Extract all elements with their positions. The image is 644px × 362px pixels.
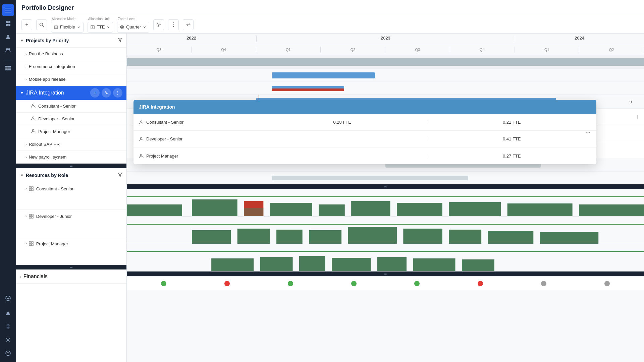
- svg-rect-67: [211, 258, 254, 271]
- nav-help[interactable]: ?: [2, 347, 14, 359]
- tree-item-res-pm[interactable]: › Project Manager: [16, 237, 126, 265]
- quarter-2023-q2: Q2: [321, 47, 385, 53]
- fin-dot-3[interactable]: [288, 281, 293, 286]
- res-developer-chevron-icon: ›: [25, 214, 27, 218]
- tree-item-new-payroll[interactable]: › New payroll system: [16, 151, 126, 164]
- gantt-row-run-the-business: [127, 55, 644, 69]
- drag-handle[interactable]: ║: [637, 115, 639, 119]
- run-chevron-icon: ›: [25, 52, 27, 56]
- nav-plugins[interactable]: [2, 292, 14, 304]
- jira-add-button[interactable]: +: [90, 88, 100, 98]
- svg-rect-1: [5, 10, 11, 10]
- nav-transfer[interactable]: [2, 320, 14, 333]
- popup-consultant-cell-1: 0.28 FTE: [258, 120, 427, 125]
- allocation-mode-select[interactable]: Flexible: [51, 22, 84, 33]
- resources-filter-icon[interactable]: [118, 172, 122, 178]
- res-consultant-label: Consultant - Senior: [36, 186, 73, 191]
- svg-rect-70: [332, 258, 371, 271]
- tree-item-ecommerce[interactable]: › E-commerce integration: [16, 60, 126, 73]
- res-pm-role-icon: [29, 241, 34, 247]
- res-pm-label: Project Manager: [36, 241, 68, 246]
- tree-item-res-developer-junior[interactable]: › Developer - Junior: [16, 210, 126, 237]
- nav-deploy[interactable]: [2, 307, 14, 319]
- svg-rect-0: [5, 8, 11, 8]
- res-developer-role-icon: [29, 214, 34, 220]
- svg-point-76: [141, 154, 142, 156]
- allocation-mode-group: Allocation Mode Flexible: [51, 22, 84, 33]
- projects-filter-icon[interactable]: [118, 38, 122, 43]
- resource-row-developer-junior: [127, 217, 644, 244]
- popup-resize-arrow[interactable]: ↔: [585, 129, 591, 136]
- settings-button[interactable]: [153, 19, 164, 30]
- svg-rect-73: [462, 259, 494, 271]
- scroll-strip-2[interactable]: ═: [16, 265, 126, 269]
- financials-chevron-icon: ›: [20, 275, 21, 279]
- nav-list[interactable]: [2, 62, 14, 74]
- gantt-scroll-strip[interactable]: ═: [127, 184, 644, 189]
- undo-button[interactable]: ↩: [183, 19, 194, 30]
- mobile-app-label: Mobile app release: [29, 77, 66, 82]
- zoom-level-value: Quarter: [126, 24, 141, 29]
- popup-developer-cell-1: [258, 136, 427, 141]
- fin-dot-8[interactable]: [604, 281, 610, 286]
- content-area: ▼ Projects by Priority › Run the Busines…: [16, 34, 644, 362]
- tree-item-run-the-business[interactable]: › Run the Business: [16, 48, 126, 60]
- fin-dot-7[interactable]: [541, 281, 546, 286]
- svg-point-24: [40, 23, 43, 26]
- add-button[interactable]: +: [21, 19, 32, 30]
- gantt-bar-new-payroll[interactable]: [272, 176, 468, 180]
- tree-item-res-consultant[interactable]: › Consultant - Senior: [16, 182, 126, 210]
- search-button[interactable]: [36, 19, 47, 30]
- nav-settings[interactable]: [2, 334, 14, 346]
- svg-rect-36: [32, 187, 33, 188]
- tree-item-rollout-sap[interactable]: › Rollout SAP HR: [16, 138, 126, 151]
- svg-rect-38: [32, 189, 33, 191]
- svg-rect-41: [29, 217, 31, 218]
- tree-item-developer-senior[interactable]: Developer - Senior: [16, 113, 126, 125]
- projects-by-priority-label: Projects by Priority: [26, 38, 69, 43]
- tree-item-project-manager[interactable]: Project Manager: [16, 125, 126, 138]
- more-options-button[interactable]: ⋮: [168, 19, 179, 30]
- year-2022: 2022: [127, 36, 256, 42]
- resource-row-consultant: [127, 189, 644, 217]
- zoom-level-select[interactable]: Quarter: [117, 22, 149, 33]
- projects-by-priority-header[interactable]: ▼ Projects by Priority: [16, 34, 126, 48]
- fin-dot-2[interactable]: [224, 281, 230, 286]
- consultant-capacity-line: [127, 196, 644, 197]
- tree-item-mobile-app[interactable]: › Mobile app release: [16, 73, 126, 86]
- svg-rect-57: [579, 204, 644, 216]
- tree-item-jira-integration[interactable]: ▼ JIRA Integration + ✎ ⋮: [16, 86, 126, 100]
- developer-chart: [127, 224, 644, 244]
- svg-rect-58: [192, 230, 231, 244]
- resources-by-role-header[interactable]: ▼ Resources by Role: [16, 168, 126, 182]
- financials-section-header[interactable]: › Financials: [16, 269, 126, 284]
- app-title: Portfolio Designer: [21, 4, 74, 11]
- jira-more-button[interactable]: ⋮: [113, 88, 122, 98]
- fin-dot-5[interactable]: [414, 281, 420, 286]
- nav-user[interactable]: [2, 31, 14, 43]
- svg-rect-72: [413, 258, 455, 271]
- svg-text:?: ?: [7, 352, 9, 355]
- scroll-strip-1[interactable]: ═: [16, 164, 126, 168]
- fin-dot-4[interactable]: [351, 281, 357, 286]
- pm-chart: [127, 251, 644, 271]
- nav-menu[interactable]: [2, 4, 14, 16]
- allocation-unit-select[interactable]: A FTE: [88, 22, 113, 33]
- popup-row-pm: Project Manager 0.27 FTE: [133, 147, 596, 164]
- gantt-bar-mobile-app-red[interactable]: [272, 88, 344, 91]
- nav-team[interactable]: [2, 44, 14, 56]
- tree-item-consultant-senior[interactable]: Consultant - Senior: [16, 100, 126, 113]
- app-container: Portfolio Designer + Allocation Mode Fle…: [16, 0, 644, 362]
- gantt-bar-run-the-business[interactable]: [127, 58, 644, 66]
- jira-resize-icon[interactable]: ↔: [627, 98, 634, 105]
- nav-dashboard[interactable]: [2, 17, 14, 29]
- jira-edit-button[interactable]: ✎: [102, 88, 111, 98]
- svg-point-74: [141, 121, 142, 122]
- resource-scroll-strip[interactable]: ═: [127, 272, 644, 276]
- quarter-2022-q3: Q3: [127, 47, 192, 53]
- svg-rect-54: [397, 203, 442, 216]
- gantt-bar-ecommerce[interactable]: [272, 72, 375, 78]
- fin-dot-6[interactable]: [478, 281, 483, 286]
- fin-dot-1[interactable]: [161, 281, 166, 286]
- developer-capacity-line: [127, 224, 644, 225]
